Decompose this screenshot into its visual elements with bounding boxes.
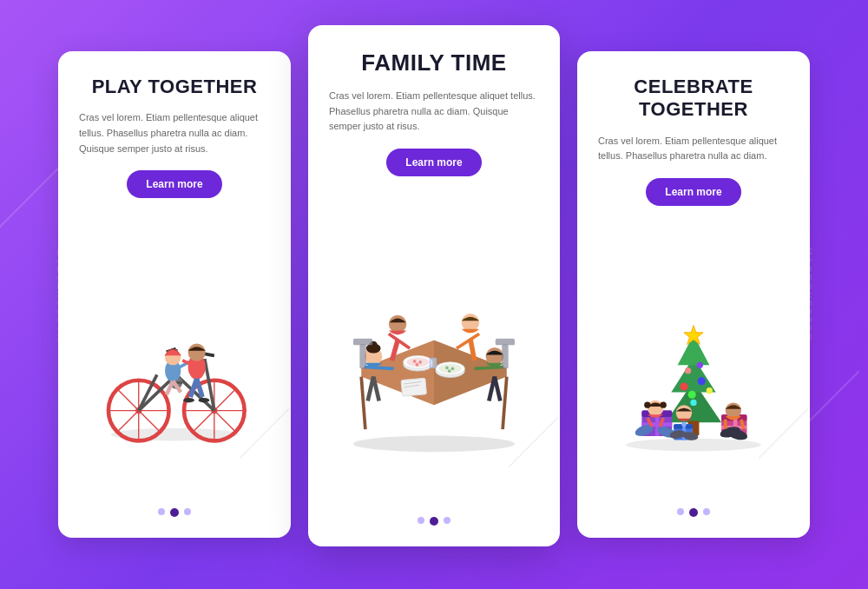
svg-point-105 xyxy=(644,401,650,407)
svg-rect-52 xyxy=(430,358,436,367)
svg-line-69 xyxy=(475,367,504,368)
svg-point-62 xyxy=(389,315,406,333)
dot-3[interactable] xyxy=(184,508,191,515)
svg-point-68 xyxy=(486,347,503,365)
card-title-play-together: PLAY TOGETHER xyxy=(92,76,258,98)
dot-1[interactable] xyxy=(158,508,165,515)
svg-point-84 xyxy=(688,391,696,399)
dot-3[interactable] xyxy=(444,517,450,524)
christmas-illustration xyxy=(598,220,789,498)
learn-more-button-celebrate-together[interactable]: Learn more xyxy=(646,178,740,206)
bicycle-illustration xyxy=(79,212,270,498)
svg-rect-75 xyxy=(496,339,515,345)
dot-2-active[interactable] xyxy=(689,508,698,517)
svg-point-76 xyxy=(626,439,761,452)
svg-point-87 xyxy=(697,362,703,368)
dot-1[interactable] xyxy=(418,517,424,524)
svg-point-106 xyxy=(661,401,667,407)
card-title-family-time: FAMILY TIME xyxy=(361,50,506,76)
learn-more-button-family-time[interactable]: Learn more xyxy=(386,149,481,176)
dot-2-active[interactable] xyxy=(170,508,179,517)
svg-point-103 xyxy=(681,421,687,427)
card-desc-family-time: Cras vel lorem. Etiam pellentesque aliqu… xyxy=(329,89,539,135)
svg-line-59 xyxy=(365,367,394,368)
illustration-play-together xyxy=(79,212,270,498)
svg-point-45 xyxy=(416,363,419,367)
dots-celebrate-together xyxy=(677,498,710,517)
svg-point-43 xyxy=(413,360,417,363)
svg-point-85 xyxy=(707,387,713,394)
illustration-family-time xyxy=(329,190,539,506)
svg-rect-72 xyxy=(359,344,365,368)
svg-line-38 xyxy=(503,377,507,430)
svg-point-51 xyxy=(448,369,451,373)
svg-point-88 xyxy=(690,400,696,406)
learn-more-button-play-together[interactable]: Learn more xyxy=(127,170,221,198)
illustration-celebrate-together xyxy=(598,220,789,498)
svg-point-44 xyxy=(418,361,422,364)
svg-point-31 xyxy=(199,398,210,403)
cards-container: PLAY TOGETHER Cras vel lorem. Etiam pell… xyxy=(41,25,827,564)
card-celebrate-together: CELEBRATE TOGETHER Cras vel lorem. Etiam… xyxy=(577,51,810,538)
dot-2-active[interactable] xyxy=(430,517,438,526)
svg-point-49 xyxy=(445,366,449,369)
dots-play-together xyxy=(158,498,191,517)
svg-point-32 xyxy=(188,344,206,361)
dining-illustration xyxy=(329,190,539,506)
card-desc-play-together: Cras vel lorem. Etiam pellentesque aliqu… xyxy=(79,110,270,156)
dots-family-time xyxy=(418,506,450,526)
svg-point-34 xyxy=(353,436,515,453)
svg-point-86 xyxy=(685,367,691,374)
dot-3[interactable] xyxy=(703,508,710,515)
dot-1[interactable] xyxy=(677,508,684,515)
svg-point-30 xyxy=(183,398,194,403)
svg-rect-74 xyxy=(502,344,508,368)
card-play-together: PLAY TOGETHER Cras vel lorem. Etiam pell… xyxy=(58,51,291,538)
card-title-celebrate-together: CELEBRATE TOGETHER xyxy=(598,76,789,122)
svg-point-82 xyxy=(680,382,687,390)
svg-point-83 xyxy=(698,377,706,385)
svg-line-71 xyxy=(495,377,501,401)
card-desc-celebrate-together: Cras vel lorem. Etiam pellentesque aliqu… xyxy=(598,134,789,164)
svg-point-65 xyxy=(462,314,479,331)
svg-point-50 xyxy=(451,367,455,370)
svg-line-66 xyxy=(457,334,479,348)
svg-rect-73 xyxy=(353,339,372,345)
card-family-time: FAMILY TIME Cras vel lorem. Etiam pellen… xyxy=(308,25,560,546)
svg-line-39 xyxy=(361,377,365,430)
